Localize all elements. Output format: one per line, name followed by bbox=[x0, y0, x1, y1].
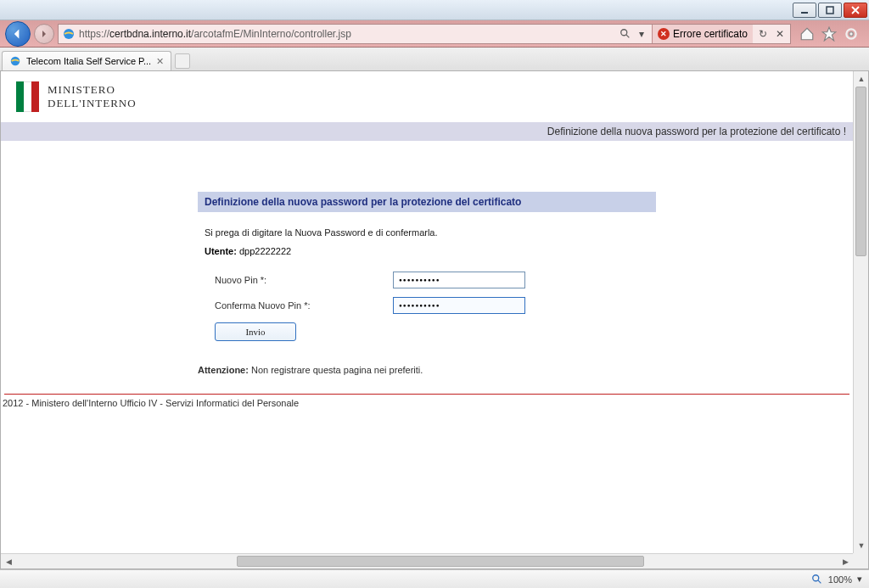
svg-rect-0 bbox=[801, 12, 808, 14]
new-pin-label: Nuovo Pin *: bbox=[215, 275, 393, 285]
nav-back-button[interactable] bbox=[5, 21, 31, 47]
zoom-dropdown-icon[interactable]: ▾ bbox=[857, 574, 862, 585]
svg-point-3 bbox=[621, 29, 627, 35]
horizontal-scroll-thumb[interactable] bbox=[237, 556, 644, 567]
vertical-scrollbar[interactable]: ▲ ▼ bbox=[853, 71, 868, 553]
tools-gear-icon[interactable] bbox=[844, 26, 859, 42]
browser-navbar: https://certbdna.interno.it/arcotafmE/Mi… bbox=[0, 20, 869, 48]
confirm-pin-label: Conferma Nuovo Pin *: bbox=[215, 300, 393, 311]
tab-bar: Telecom Italia Self Service P... ✕ bbox=[0, 48, 869, 71]
tab-favicon-icon bbox=[9, 55, 21, 67]
svg-point-7 bbox=[813, 574, 819, 580]
footer-divider bbox=[4, 394, 849, 395]
italian-flag-icon bbox=[16, 81, 39, 112]
nav-forward-button[interactable] bbox=[34, 24, 54, 44]
vertical-scroll-thumb[interactable] bbox=[855, 87, 866, 256]
toolbar-right bbox=[794, 26, 864, 42]
home-icon[interactable] bbox=[799, 26, 815, 42]
browser-window: https://certbdna.interno.it/arcotafmE/Mi… bbox=[0, 0, 869, 588]
search-icon[interactable] bbox=[620, 28, 631, 40]
horizontal-scrollbar[interactable]: ◀ ▶ bbox=[1, 553, 853, 568]
window-titlebar bbox=[0, 0, 869, 20]
browser-tab[interactable]: Telecom Italia Self Service P... ✕ bbox=[2, 51, 171, 70]
scroll-left-arrow[interactable]: ◀ bbox=[1, 554, 16, 569]
stop-icon[interactable]: ✕ bbox=[773, 28, 787, 40]
arrow-left-icon bbox=[12, 28, 24, 40]
tab-title: Telecom Italia Self Service P... bbox=[26, 56, 151, 66]
password-form: Definizione della nuova password per la … bbox=[198, 192, 656, 375]
scroll-down-arrow[interactable]: ▼ bbox=[854, 538, 869, 553]
form-instruction: Si prega di digitare la Nuova Password e… bbox=[205, 227, 649, 238]
window-close-button[interactable] bbox=[844, 3, 867, 18]
confirm-pin-input[interactable] bbox=[393, 297, 525, 314]
certificate-error-badge[interactable]: ✕ Errore certificato bbox=[652, 25, 753, 43]
window-minimize-button[interactable] bbox=[793, 3, 816, 18]
svg-point-5 bbox=[849, 31, 854, 36]
attention-note: Attenzione: Non registrare questa pagina… bbox=[198, 365, 656, 375]
content-viewport: MINISTERO DELL'INTERNO Definizione della… bbox=[0, 71, 869, 569]
new-pin-input[interactable] bbox=[393, 272, 525, 288]
banner-message: Definizione della nuova password per la … bbox=[1, 122, 853, 141]
favorites-star-icon[interactable] bbox=[821, 26, 837, 42]
arrow-right-icon bbox=[40, 30, 48, 38]
status-bar: 100% ▾ bbox=[0, 569, 869, 588]
zoom-level: 100% bbox=[828, 574, 852, 585]
ministry-name: MINISTERO DELL'INTERNO bbox=[48, 83, 137, 109]
footer-text: 2012 - Ministero dell'Interno Ufficio IV… bbox=[1, 398, 853, 408]
scroll-up-arrow[interactable]: ▲ bbox=[854, 71, 869, 87]
scroll-right-arrow[interactable]: ▶ bbox=[838, 554, 853, 569]
scroll-corner bbox=[853, 553, 868, 568]
certificate-error-text: Errore certificato bbox=[673, 28, 748, 40]
refresh-icon[interactable]: ↻ bbox=[756, 28, 770, 40]
tab-close-button[interactable]: ✕ bbox=[156, 56, 164, 67]
user-line: Utente: dpp2222222 bbox=[205, 246, 649, 256]
address-bar[interactable]: https://certbdna.interno.it/arcotafmE/Mi… bbox=[58, 24, 791, 44]
dropdown-icon[interactable]: ▾ bbox=[635, 28, 648, 40]
zoom-icon[interactable] bbox=[811, 574, 823, 585]
submit-button[interactable]: Invio bbox=[215, 322, 296, 341]
url-text: https://certbdna.interno.it/arcotafmE/Mi… bbox=[79, 28, 616, 40]
page-content: MINISTERO DELL'INTERNO Definizione della… bbox=[1, 71, 853, 553]
error-x-icon: ✕ bbox=[658, 28, 670, 40]
username-value: dpp2222222 bbox=[239, 246, 291, 256]
new-tab-button[interactable] bbox=[175, 53, 190, 69]
form-title: Definizione della nuova password per la … bbox=[198, 192, 656, 212]
svg-rect-1 bbox=[827, 7, 833, 14]
window-maximize-button[interactable] bbox=[818, 3, 842, 18]
ie-logo-icon bbox=[62, 27, 76, 41]
ministry-logo: MINISTERO DELL'INTERNO bbox=[1, 71, 853, 122]
